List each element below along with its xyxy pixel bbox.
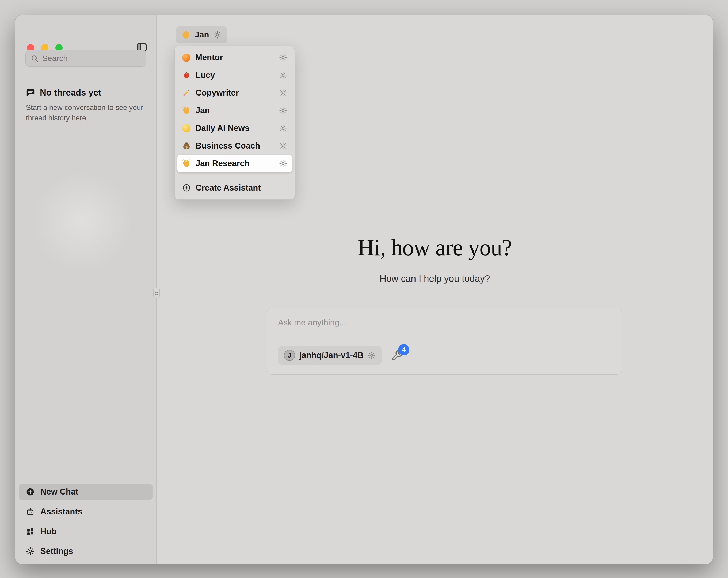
sidebar-nav: New Chat Assistants Hub Settings [19, 483, 153, 559]
model-selector-button[interactable]: J janhq/Jan-v1-4B [278, 346, 382, 365]
wave-icon [182, 106, 191, 115]
assistant-selector-label: Jan [195, 30, 209, 40]
gear-icon[interactable] [213, 31, 221, 39]
window-content: No threads yet Start a new conversation … [15, 15, 713, 564]
gear-icon[interactable] [279, 53, 287, 61]
chat-composer: J janhq/Jan-v1-4B 4 [267, 308, 622, 375]
composer-toolbar: J janhq/Jan-v1-4B 4 [278, 346, 611, 365]
menu-item-label: Business Coach [196, 141, 260, 151]
menu-item-label: Jan Research [196, 159, 250, 168]
chat-input[interactable] [278, 318, 611, 328]
assistant-bot-icon [26, 507, 34, 516]
money-bag-icon [182, 142, 191, 150]
model-avatar: J [284, 350, 295, 361]
empty-state-description: Start a new conversation to see your thr… [26, 102, 144, 123]
menu-item-label: Mentor [195, 53, 223, 62]
assistant-menu-item-copywriter[interactable]: Copywriter [177, 84, 292, 102]
greeting-title: Hi, how are you? [157, 234, 713, 261]
empty-state-title: No threads yet [40, 87, 101, 98]
assistant-menu-item-jan[interactable]: Jan [177, 102, 292, 119]
menu-item-label: Daily AI News [195, 123, 249, 133]
assistant-menu-item-business-coach[interactable]: Business Coach [177, 137, 292, 155]
assistant-menu-item-jan-research[interactable]: Jan Research [177, 155, 292, 172]
gear-icon[interactable] [368, 351, 375, 359]
gear-icon[interactable] [279, 124, 287, 132]
sidebar-item-label: New Chat [41, 487, 78, 497]
sidebar-resize-handle[interactable] [153, 288, 160, 298]
search-field [25, 50, 146, 67]
gear-icon[interactable] [279, 106, 287, 115]
assistant-menu-item-lucy[interactable]: Lucy [177, 66, 292, 84]
search-input[interactable] [42, 54, 146, 63]
orange-circle-icon [182, 53, 190, 62]
menu-item-label: Copywriter [196, 88, 239, 98]
greeting-subtitle: How can I help you today? [157, 273, 713, 284]
sidebar-item-settings[interactable]: Settings [19, 543, 153, 559]
wave-icon [181, 30, 190, 39]
wave-icon [182, 159, 191, 168]
plus-circle-outline-icon [182, 183, 191, 192]
main-area: Jan Mentor Lucy Copywriter [157, 15, 713, 564]
yellow-circle-icon [182, 124, 190, 132]
assistant-selector-button[interactable]: Jan [176, 26, 227, 43]
hub-grid-icon [26, 527, 34, 536]
sidebar-item-new-chat[interactable]: New Chat [19, 483, 153, 500]
message-square-icon [26, 88, 35, 97]
gear-icon[interactable] [279, 142, 287, 150]
threads-empty-state: No threads yet Start a new conversation … [26, 87, 144, 123]
sidebar: No threads yet Start a new conversation … [15, 15, 157, 564]
search-icon [30, 54, 38, 62]
tools-button[interactable]: 4 [391, 349, 404, 362]
menu-item-label: Jan [196, 106, 210, 115]
assistant-menu-item-mentor[interactable]: Mentor [177, 49, 292, 66]
gear-icon[interactable] [279, 71, 287, 79]
sidebar-item-label: Hub [41, 527, 56, 536]
settings-gear-icon [26, 547, 34, 555]
create-assistant-label: Create Assistant [196, 183, 261, 193]
assistant-menu-item-daily-ai-news[interactable]: Daily AI News [177, 119, 292, 137]
gear-icon[interactable] [279, 159, 287, 168]
sidebar-item-label: Settings [41, 547, 73, 556]
create-assistant-button[interactable]: Create Assistant [177, 179, 292, 197]
app-window: No threads yet Start a new conversation … [15, 15, 713, 564]
model-name: janhq/Jan-v1-4B [300, 351, 363, 360]
sidebar-item-hub[interactable]: Hub [19, 523, 153, 540]
sidebar-item-assistants[interactable]: Assistants [19, 503, 153, 520]
gear-icon[interactable] [279, 89, 287, 97]
sidebar-item-label: Assistants [41, 507, 82, 517]
assistant-menu: Mentor Lucy Copywriter Jan [175, 46, 295, 200]
plus-circle-icon [26, 487, 34, 496]
greeting-block: Hi, how are you? How can I help you toda… [157, 234, 713, 284]
drag-dots-icon [155, 290, 158, 296]
menu-item-label: Lucy [196, 70, 215, 80]
apple-icon [182, 71, 191, 79]
tools-count-badge: 4 [398, 344, 409, 355]
pencil-icon [182, 89, 191, 97]
